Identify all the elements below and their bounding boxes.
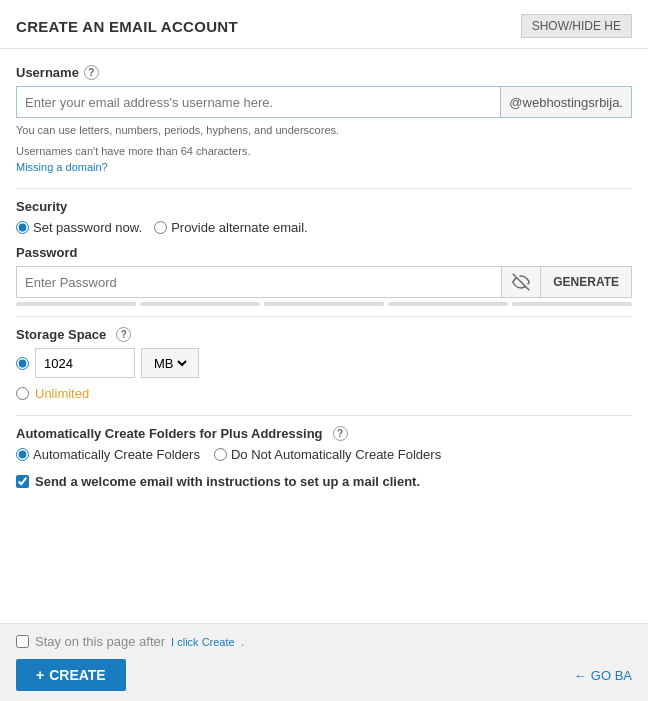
security-option2[interactable]: Provide alternate email. <box>154 220 308 235</box>
storage-value-input[interactable] <box>35 348 135 378</box>
strength-bar-4 <box>388 302 508 306</box>
create-label: CREATE <box>49 667 106 683</box>
eye-slash-icon <box>512 273 530 291</box>
username-hint1: You can use letters, numbers, periods, h… <box>16 122 632 139</box>
go-back-button[interactable]: ← GO BA <box>574 668 632 683</box>
welcome-email-checkbox[interactable] <box>16 475 29 488</box>
folder-help-icon[interactable]: ? <box>333 426 348 441</box>
password-input[interactable] <box>16 266 502 298</box>
security-option2-label: Provide alternate email. <box>171 220 308 235</box>
toggle-password-button[interactable] <box>502 266 541 298</box>
storage-help-icon[interactable]: ? <box>116 327 131 342</box>
username-help-icon[interactable]: ? <box>84 65 99 80</box>
strength-bar-3 <box>264 302 384 306</box>
footer: Stay on this page after I click Create .… <box>0 623 648 701</box>
go-back-icon: ← <box>574 668 587 683</box>
stay-period: . <box>241 634 245 649</box>
password-label: Password <box>16 245 77 260</box>
strength-bar-2 <box>140 302 260 306</box>
folder-radio1[interactable] <box>16 448 29 461</box>
storage-unlimited-radio[interactable] <box>16 387 29 400</box>
password-strength-bars <box>16 302 632 306</box>
folder-radio2[interactable] <box>214 448 227 461</box>
storage-unit-dropdown[interactable]: MB GB <box>141 348 199 378</box>
storage-label: Storage Space <box>16 327 106 342</box>
folder-option1-label: Automatically Create Folders <box>33 447 200 462</box>
create-icon: + <box>36 667 44 683</box>
username-input[interactable] <box>16 86 500 118</box>
create-button[interactable]: + CREATE <box>16 659 126 691</box>
stay-link[interactable]: I click Create <box>171 636 235 648</box>
stay-on-page-checkbox[interactable] <box>16 635 29 648</box>
unlimited-label: Unlimited <box>35 386 89 401</box>
folder-label: Automatically Create Folders for Plus Ad… <box>16 426 323 441</box>
username-section: Username ? @webhostingsrbija. You can us… <box>16 65 632 174</box>
security-label: Security <box>16 199 632 214</box>
username-label: Username <box>16 65 79 80</box>
welcome-section: Send a welcome email with instructions t… <box>16 474 632 489</box>
folder-option2[interactable]: Do Not Automatically Create Folders <box>214 447 441 462</box>
security-radio1[interactable] <box>16 221 29 234</box>
security-option1-label: Set password now. <box>33 220 142 235</box>
password-section: Password GENERATE <box>16 245 632 306</box>
page-title: CREATE AN EMAIL ACCOUNT <box>16 18 238 35</box>
storage-custom-radio[interactable] <box>16 357 29 370</box>
folder-section: Automatically Create Folders for Plus Ad… <box>16 426 632 462</box>
divider1 <box>16 188 632 189</box>
divider2 <box>16 316 632 317</box>
folder-option1[interactable]: Automatically Create Folders <box>16 447 200 462</box>
username-hint2: Usernames can't have more than 64 charac… <box>16 143 632 160</box>
folder-option2-label: Do Not Automatically Create Folders <box>231 447 441 462</box>
missing-domain-link[interactable]: Missing a domain? <box>16 161 108 173</box>
divider3 <box>16 415 632 416</box>
welcome-label: Send a welcome email with instructions t… <box>35 474 420 489</box>
security-option1[interactable]: Set password now. <box>16 220 142 235</box>
generate-password-button[interactable]: GENERATE <box>541 266 632 298</box>
go-back-label: GO BA <box>591 668 632 683</box>
strength-bar-1 <box>16 302 136 306</box>
security-section: Security Set password now. Provide alter… <box>16 199 632 235</box>
domain-suffix: @webhostingsrbija. <box>500 86 632 118</box>
show-hide-button[interactable]: SHOW/HIDE HE <box>521 14 632 38</box>
storage-section: Storage Space ? MB GB Unlimited <box>16 327 632 401</box>
security-radio2[interactable] <box>154 221 167 234</box>
stay-label: Stay on this page after <box>35 634 165 649</box>
storage-unit-select[interactable]: MB GB <box>150 355 190 372</box>
strength-bar-5 <box>512 302 632 306</box>
